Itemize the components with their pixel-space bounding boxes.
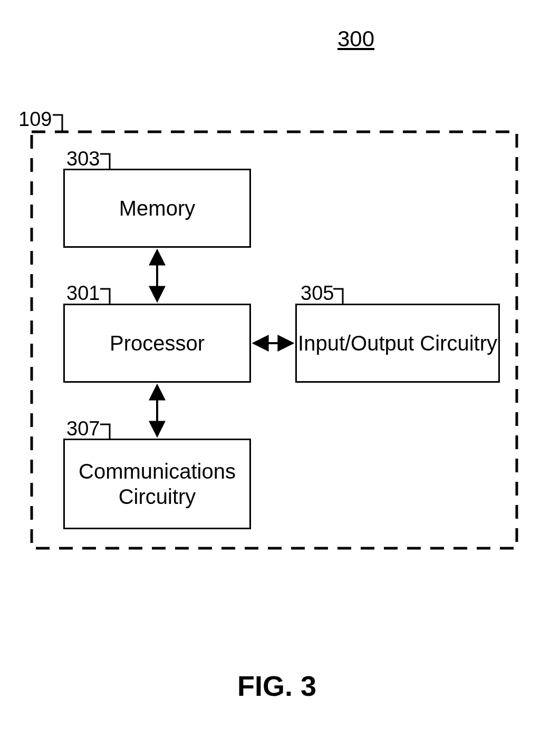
figure-caption: FIG. 3	[237, 669, 316, 702]
arrows	[0, 0, 560, 738]
diagram-stage: 300 109 303 Memory 301 Processor 305 Inp…	[0, 0, 560, 738]
